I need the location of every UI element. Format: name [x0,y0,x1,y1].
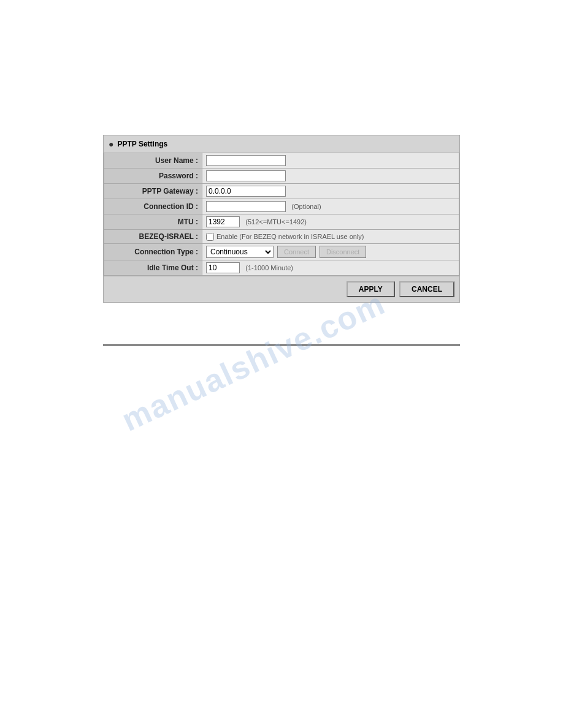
username-label: User Name : [104,153,202,169]
mtu-row: MTU : (512<=MTU<=1492) [104,214,459,230]
conntype-row: Connection Type : Continuous Connect on … [104,244,459,260]
panel-header: ● PPTP Settings [104,135,459,153]
bezeq-checkbox[interactable] [206,233,214,241]
password-label: Password : [104,169,202,184]
connid-value-cell: (Optional) [202,199,459,214]
password-row: Password : [104,169,459,184]
conntype-value-cell: Continuous Connect on Demand Manual Conn… [202,244,459,260]
idle-label: Idle Time Out : [104,260,202,276]
divider-line [103,344,460,346]
username-value-cell [202,153,459,169]
idle-hint: (1-1000 Minute) [245,264,293,271]
connid-hint: (Optional) [291,203,321,210]
page-container: ● PPTP Settings User Name : Password : [0,0,563,728]
bezeq-value-cell: Enable (For BEZEQ network in ISRAEL use … [202,230,459,244]
idle-row: Idle Time Out : (1-1000 Minute) [104,260,459,276]
disconnect-button[interactable]: Disconnect [320,246,366,258]
panel-body: User Name : Password : PPTP Gateway : [104,153,459,302]
settings-table: User Name : Password : PPTP Gateway : [104,153,459,276]
username-row: User Name : [104,153,459,169]
idle-value-cell: (1-1000 Minute) [202,260,459,276]
bezeq-row: BEZEQ-ISRAEL : Enable (For BEZEQ network… [104,230,459,244]
gateway-label: PPTP Gateway : [104,184,202,199]
gateway-row: PPTP Gateway : [104,184,459,199]
mtu-input[interactable] [206,216,240,227]
conntype-select[interactable]: Continuous Connect on Demand Manual [206,246,274,258]
password-value-cell [202,169,459,184]
conn-type-row: Continuous Connect on Demand Manual Conn… [206,246,455,258]
bezeq-hint: Enable (For BEZEQ network in ISRAEL use … [216,233,364,240]
bezeq-checkbox-label: Enable (For BEZEQ network in ISRAEL use … [206,233,455,241]
username-input[interactable] [206,155,286,166]
footer-row: APPLY CANCEL [104,276,459,302]
connid-input[interactable] [206,201,286,212]
mtu-hint: (512<=MTU<=1492) [245,218,307,226]
idle-input[interactable] [206,262,240,273]
mtu-label: MTU : [104,214,202,230]
connect-button[interactable]: Connect [277,246,316,258]
cancel-button[interactable]: CANCEL [399,281,454,297]
connid-row: Connection ID : (Optional) [104,199,459,214]
bullet-icon: ● [109,139,113,149]
apply-button[interactable]: APPLY [347,281,395,297]
password-input[interactable] [206,170,286,181]
panel-title: PPTP Settings [117,140,167,148]
gateway-value-cell [202,184,459,199]
mtu-value-cell: (512<=MTU<=1492) [202,214,459,230]
pptp-settings-panel: ● PPTP Settings User Name : Password : [103,135,460,303]
bezeq-label: BEZEQ-ISRAEL : [104,230,202,244]
conntype-label: Connection Type : [104,244,202,260]
watermark: manualshive.com [116,284,391,438]
gateway-input[interactable] [206,186,286,197]
connid-label: Connection ID : [104,199,202,214]
